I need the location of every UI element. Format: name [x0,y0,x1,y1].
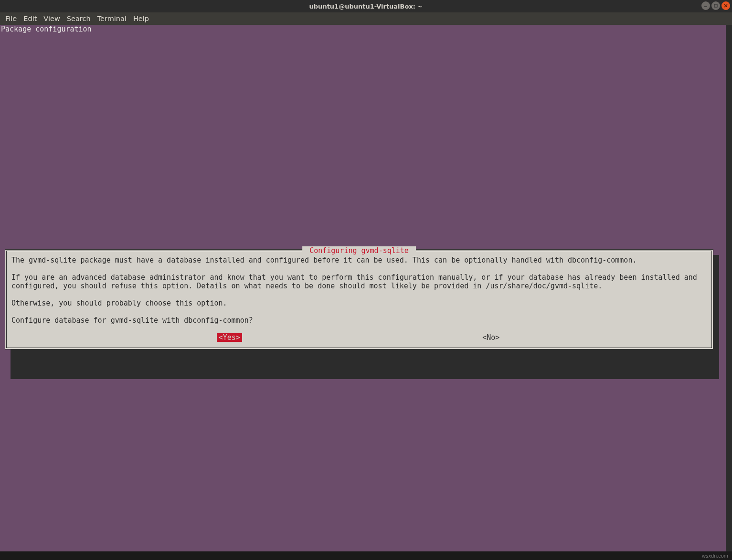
close-button[interactable] [721,1,730,10]
dialog-button-row: <Yes> <No> [11,333,707,345]
close-icon [724,4,728,8]
minimize-icon [704,4,708,8]
terminal-viewport[interactable]: Package configuration Configuring gvmd-s… [0,25,732,551]
dialog-body-text: The gvmd-sqlite package must have a data… [11,256,707,325]
yes-button[interactable]: <Yes> [217,333,242,342]
menu-view[interactable]: View [40,15,63,22]
maximize-button[interactable] [711,1,720,10]
menu-search[interactable]: Search [64,15,94,22]
dialog-paragraph-2: If you are an advanced database administ… [11,273,701,290]
window-titlebar: ubuntu1@ubuntu1-VirtualBox: ~ [0,0,732,12]
dialog-question: Configure database for gvmd-sqlite with … [11,316,253,325]
menubar: File Edit View Search Terminal Help [0,12,732,25]
terminal-scrollbar[interactable] [726,25,732,551]
footer-watermark: wsxdn.com [702,553,728,559]
menu-help[interactable]: Help [130,15,152,22]
maximize-icon [714,4,718,8]
menu-terminal[interactable]: Terminal [94,15,130,22]
dialog-title: Configuring gvmd-sqlite [302,246,416,255]
window-controls [701,1,730,10]
config-dialog-inner: Configuring gvmd-sqlite The gvmd-sqlite … [6,251,712,348]
dialog-paragraph-3: Otherwise, you should probably choose th… [11,299,227,307]
window-title: ubuntu1@ubuntu1-VirtualBox: ~ [309,3,423,10]
terminal-header-line: Package configuration [0,25,732,33]
dialog-paragraph-1: The gvmd-sqlite package must have a data… [11,256,637,264]
config-dialog: Configuring gvmd-sqlite The gvmd-sqlite … [5,249,713,349]
minimize-button[interactable] [701,1,710,10]
footer-bar: wsxdn.com [0,551,732,560]
svg-rect-1 [714,4,717,7]
menu-edit[interactable]: Edit [20,15,40,22]
no-button[interactable]: <No> [480,333,501,342]
menu-file[interactable]: File [2,15,20,22]
